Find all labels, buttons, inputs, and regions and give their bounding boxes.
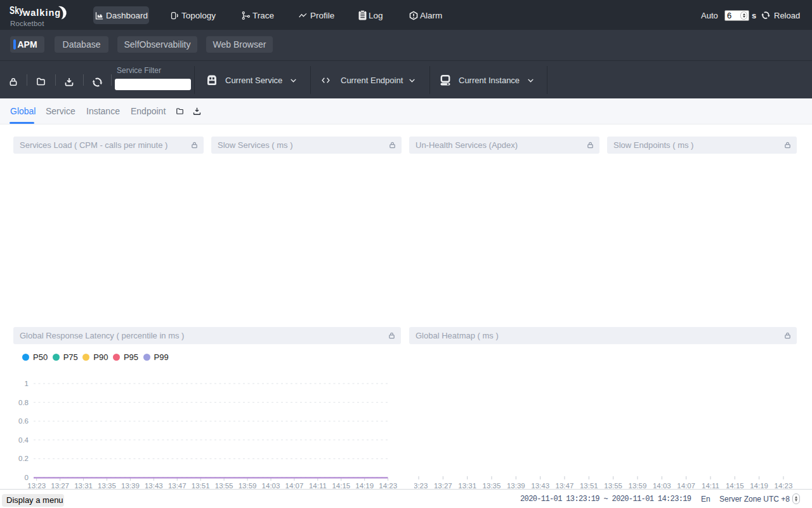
svg-text:0.4: 0.4 [18,436,29,444]
svg-text:1: 1 [25,380,29,387]
svg-text:0.2: 0.2 [18,455,29,462]
svg-text:0.6: 0.6 [18,417,29,425]
svg-text:0: 0 [25,474,29,481]
svg-text:0.8: 0.8 [18,399,29,406]
